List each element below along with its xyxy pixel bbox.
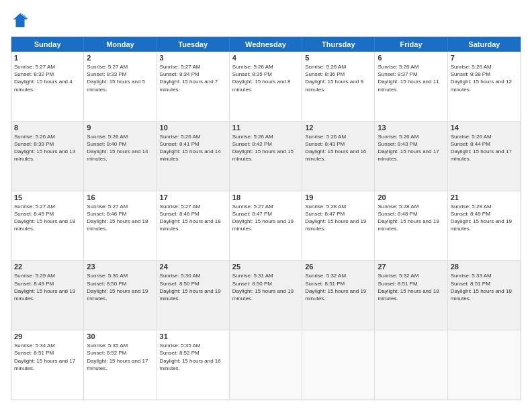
cell-details: Sunrise: 5:27 AM Sunset: 8:33 PM Dayligh…	[87, 63, 153, 93]
cell-details: Sunrise: 5:30 AM Sunset: 8:50 PM Dayligh…	[87, 272, 153, 302]
cell-details: Sunrise: 5:27 AM Sunset: 8:34 PM Dayligh…	[160, 63, 226, 93]
sunrise-label: Sunrise: 5:35 AM	[87, 342, 128, 349]
daylight-label: Daylight: 15 hours and 18 minutes.	[160, 218, 221, 232]
cell-details: Sunrise: 5:26 AM Sunset: 8:43 PM Dayligh…	[378, 133, 444, 163]
calendar-week-4: 22 Sunrise: 5:29 AM Sunset: 8:49 PM Dayl…	[11, 261, 521, 330]
header-day-tuesday: Tuesday	[157, 37, 230, 52]
day-number: 20	[378, 193, 444, 201]
calendar-cell: 5 Sunrise: 5:26 AM Sunset: 8:36 PM Dayli…	[302, 52, 375, 121]
cell-details: Sunrise: 5:27 AM Sunset: 8:47 PM Dayligh…	[232, 203, 299, 233]
sunrise-label: Sunrise: 5:26 AM	[87, 134, 128, 140]
daylight-label: Daylight: 15 hours and 16 minutes.	[305, 148, 366, 162]
daylight-label: Daylight: 15 hours and 17 minutes.	[378, 148, 439, 162]
sunrise-label: Sunrise: 5:27 AM	[87, 64, 128, 70]
calendar-cell: 10 Sunrise: 5:26 AM Sunset: 8:41 PM Dayl…	[157, 122, 230, 191]
sunset-label: Sunset: 8:50 PM	[160, 281, 200, 287]
daylight-label: Daylight: 15 hours and 17 minutes.	[14, 358, 75, 371]
day-number: 27	[378, 263, 444, 271]
calendar-cell: 21 Sunrise: 5:29 AM Sunset: 8:49 PM Dayl…	[448, 191, 521, 261]
calendar-cell: 19 Sunrise: 5:28 AM Sunset: 8:47 PM Dayl…	[302, 191, 375, 261]
daylight-label: Daylight: 15 hours and 19 minutes.	[87, 288, 148, 302]
cell-details: Sunrise: 5:29 AM Sunset: 8:49 PM Dayligh…	[14, 272, 81, 302]
sunrise-label: Sunrise: 5:27 AM	[87, 203, 128, 210]
sunrise-label: Sunrise: 5:26 AM	[378, 134, 418, 140]
sunset-label: Sunset: 8:36 PM	[305, 71, 345, 77]
day-number: 18	[232, 193, 299, 201]
calendar-cell: 27 Sunrise: 5:32 AM Sunset: 8:51 PM Dayl…	[375, 261, 447, 330]
cell-details: Sunrise: 5:32 AM Sunset: 8:51 PM Dayligh…	[305, 272, 371, 302]
sunset-label: Sunset: 8:51 PM	[305, 281, 345, 287]
header-day-wednesday: Wednesday	[230, 37, 302, 52]
daylight-label: Daylight: 15 hours and 17 minutes.	[451, 148, 512, 162]
day-number: 2	[87, 54, 153, 62]
calendar-cell: 13 Sunrise: 5:26 AM Sunset: 8:43 PM Dayl…	[375, 122, 447, 191]
calendar-cell: 6 Sunrise: 5:26 AM Sunset: 8:37 PM Dayli…	[375, 52, 447, 121]
daylight-label: Daylight: 15 hours and 17 minutes.	[87, 358, 148, 371]
sunrise-label: Sunrise: 5:30 AM	[87, 273, 128, 279]
sunrise-label: Sunrise: 5:27 AM	[160, 64, 201, 70]
day-number: 4	[232, 54, 299, 62]
logo-icon	[11, 11, 30, 30]
sunrise-label: Sunrise: 5:27 AM	[14, 203, 55, 210]
calendar-cell: 23 Sunrise: 5:30 AM Sunset: 8:50 PM Dayl…	[84, 261, 157, 330]
sunset-label: Sunset: 8:51 PM	[378, 281, 417, 287]
cell-details: Sunrise: 5:26 AM Sunset: 8:36 PM Dayligh…	[305, 63, 371, 93]
cell-details: Sunrise: 5:27 AM Sunset: 8:45 PM Dayligh…	[14, 203, 81, 233]
calendar-cell: 30 Sunrise: 5:35 AM Sunset: 8:52 PM Dayl…	[84, 330, 157, 400]
page: SundayMondayTuesdayWednesdayThursdayFrid…	[0, 0, 532, 411]
daylight-label: Daylight: 15 hours and 19 minutes.	[305, 288, 366, 302]
day-number: 30	[87, 332, 153, 340]
sunset-label: Sunset: 8:49 PM	[451, 211, 490, 217]
cell-details: Sunrise: 5:26 AM Sunset: 8:39 PM Dayligh…	[14, 133, 81, 163]
cell-details: Sunrise: 5:30 AM Sunset: 8:50 PM Dayligh…	[160, 272, 226, 302]
day-number: 12	[305, 124, 371, 132]
calendar-cell: 11 Sunrise: 5:26 AM Sunset: 8:42 PM Dayl…	[230, 122, 302, 191]
sunrise-label: Sunrise: 5:30 AM	[160, 273, 201, 279]
calendar-cell: 18 Sunrise: 5:27 AM Sunset: 8:47 PM Dayl…	[230, 191, 302, 261]
sunset-label: Sunset: 8:52 PM	[160, 350, 200, 356]
header-day-friday: Friday	[375, 37, 447, 52]
calendar-cell: 16 Sunrise: 5:27 AM Sunset: 8:46 PM Dayl…	[84, 191, 157, 261]
sunset-label: Sunset: 8:46 PM	[160, 211, 200, 217]
sunset-label: Sunset: 8:41 PM	[160, 141, 200, 147]
calendar-cell: 15 Sunrise: 5:27 AM Sunset: 8:45 PM Dayl…	[11, 191, 84, 261]
day-number: 24	[160, 263, 226, 271]
sunset-label: Sunset: 8:39 PM	[14, 141, 54, 147]
day-number: 22	[14, 263, 81, 271]
header-day-monday: Monday	[84, 37, 157, 52]
day-number: 7	[451, 54, 518, 62]
sunrise-label: Sunrise: 5:26 AM	[232, 134, 273, 140]
day-number: 19	[305, 193, 371, 201]
cell-details: Sunrise: 5:26 AM Sunset: 8:43 PM Dayligh…	[305, 133, 371, 163]
sunrise-label: Sunrise: 5:26 AM	[451, 134, 492, 140]
sunset-label: Sunset: 8:47 PM	[232, 211, 272, 217]
sunrise-label: Sunrise: 5:26 AM	[451, 64, 492, 70]
day-number: 9	[87, 124, 153, 132]
day-number: 29	[14, 332, 81, 340]
calendar-week-1: 1 Sunrise: 5:27 AM Sunset: 8:32 PM Dayli…	[11, 52, 521, 122]
daylight-label: Daylight: 15 hours and 19 minutes.	[160, 288, 221, 302]
daylight-label: Daylight: 15 hours and 4 minutes.	[14, 79, 73, 92]
sunrise-label: Sunrise: 5:35 AM	[160, 342, 201, 349]
sunrise-label: Sunrise: 5:26 AM	[232, 64, 273, 70]
cell-details: Sunrise: 5:29 AM Sunset: 8:49 PM Dayligh…	[451, 203, 518, 233]
sunrise-label: Sunrise: 5:27 AM	[14, 64, 55, 70]
sunrise-label: Sunrise: 5:32 AM	[378, 273, 418, 279]
day-number: 5	[305, 54, 371, 62]
sunset-label: Sunset: 8:47 PM	[305, 211, 345, 217]
day-number: 6	[378, 54, 444, 62]
calendar-cell: 14 Sunrise: 5:26 AM Sunset: 8:44 PM Dayl…	[448, 122, 521, 191]
daylight-label: Daylight: 15 hours and 18 minutes.	[378, 288, 439, 302]
daylight-label: Daylight: 15 hours and 18 minutes.	[451, 288, 512, 302]
cell-details: Sunrise: 5:34 AM Sunset: 8:51 PM Dayligh…	[14, 342, 81, 372]
calendar-cell: 29 Sunrise: 5:34 AM Sunset: 8:51 PM Dayl…	[11, 330, 84, 400]
sunrise-label: Sunrise: 5:27 AM	[160, 203, 201, 210]
calendar-cell: 20 Sunrise: 5:28 AM Sunset: 8:48 PM Dayl…	[375, 191, 447, 261]
day-number: 1	[14, 54, 81, 62]
sunset-label: Sunset: 8:45 PM	[14, 211, 54, 217]
cell-details: Sunrise: 5:28 AM Sunset: 8:47 PM Dayligh…	[305, 203, 371, 233]
daylight-label: Daylight: 15 hours and 15 minutes.	[232, 148, 294, 162]
daylight-label: Daylight: 15 hours and 19 minutes.	[14, 288, 75, 302]
sunrise-label: Sunrise: 5:26 AM	[160, 134, 201, 140]
calendar-week-5: 29 Sunrise: 5:34 AM Sunset: 8:51 PM Dayl…	[11, 330, 521, 400]
